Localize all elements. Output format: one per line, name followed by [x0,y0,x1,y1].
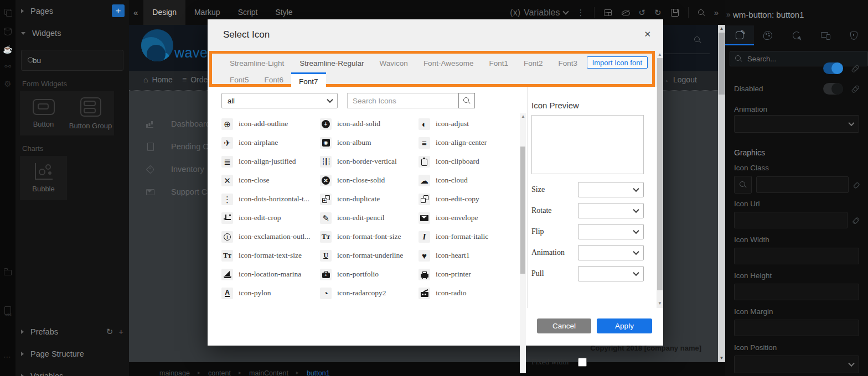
scroll-down-icon[interactable]: ▼ [718,355,725,362]
animation-select[interactable] [578,245,644,260]
icon-grid-item[interactable]: icon-radio [418,284,518,302]
icon-grid-item[interactable]: ◉icon-album [320,133,418,152]
icon-grid-item[interactable]: icon-clipboard [418,152,518,171]
canvas-search-icon[interactable] [694,36,701,44]
scroll-up-icon[interactable]: ▲ [718,25,725,32]
sidebar-item-prefabs[interactable]: Prefabs ↻ + [16,321,129,343]
icon-grid-item[interactable]: Tᴛicon-format-font-size [320,227,418,246]
class-search-button[interactable] [734,176,752,194]
nav-item-home[interactable]: ⌂ Home [143,75,173,84]
icon-grid-item[interactable]: +icon-portfolio [320,265,418,284]
scrollbar-thumb[interactable] [719,33,725,95]
icon-grid-item[interactable]: icon-printer [418,265,518,284]
icon-grid-item[interactable]: ≡icon-align-center [418,133,518,152]
icon-grid-item[interactable]: icon-location-marina [221,265,320,284]
toggle-on[interactable] [823,62,843,74]
tab-design[interactable]: Design [143,0,185,25]
log-file-icon[interactable] [3,306,13,316]
icon-width-input[interactable] [734,248,859,264]
icon-grid-item[interactable]: ☁icon-cloud [418,171,518,190]
more-dots-icon[interactable]: ⋯ [3,352,13,362]
preview-eye-icon[interactable] [621,8,630,17]
icon-grid-item[interactable]: ◐icon-adjust [418,114,518,133]
widget-tile-button[interactable]: Button [20,91,67,135]
icon-grid-item[interactable]: +icon-add-solid [320,114,418,133]
scroll-up-icon[interactable]: ▲ [520,113,526,120]
widget-tile-bubble[interactable]: Bubble [20,156,67,200]
icon-grid-item[interactable]: !icon-exclamation-outl... [221,227,320,246]
layout-icon[interactable] [603,8,612,17]
icon-grid-item[interactable]: ♥icon-heart1 [418,246,518,265]
database-icon[interactable] [3,27,13,36]
save-icon[interactable] [670,8,679,17]
icon-grid-item[interactable]: Tᴛicon-format-text-size [221,246,320,265]
dialog-scrollbar[interactable]: ▲ ▼ [657,51,663,308]
widget-tile-button-group[interactable]: Button Group [67,91,114,135]
canvas-search-input[interactable] [664,54,710,54]
java-icon[interactable]: ☕ [3,44,13,54]
redo-icon[interactable]: ↻ [654,8,662,18]
icon-grid-item[interactable]: ◔icon-radarcopy2 [320,284,418,302]
scroll-down-icon[interactable]: ▼ [657,300,663,307]
cancel-button[interactable]: Cancel [537,318,591,333]
font-tab-wavicon[interactable]: Wavicon [372,56,416,71]
collapse-sidebar-icon[interactable]: « [133,8,138,17]
icon-grid-item[interactable]: ⊕icon-add-outline [221,114,320,133]
sidebar-item-variables[interactable]: Variables [16,365,129,376]
more-options-icon[interactable]: ⋮ [577,8,585,18]
scrollbar-thumb[interactable] [520,147,525,274]
font-tab-font2[interactable]: Font2 [516,56,551,71]
icon-grid-item[interactable]: ✕icon-close [221,171,320,190]
breadcrumb-item[interactable]: content [208,369,231,376]
icon-grid-item[interactable]: Iicon-format-italic [418,227,518,246]
rotate-select[interactable] [578,203,644,218]
size-select[interactable] [578,182,644,197]
bind-link-icon[interactable] [849,83,861,95]
styles-tab[interactable] [754,25,783,45]
icon-grid-item[interactable]: ✎icon-edit-pencil [320,208,418,227]
properties-search-input[interactable] [746,54,863,64]
fixed-width-checkbox[interactable] [578,358,587,367]
zoom-icon[interactable] [698,9,705,17]
icon-margin-input[interactable] [734,320,859,336]
icon-url-input[interactable] [734,212,848,228]
icon-grid-item[interactable]: ≣icon-align-justified [221,152,320,171]
canvas-scrollbar[interactable]: ▲ ▼ [718,25,725,362]
icon-grid-item[interactable]: icon-duplicate [320,190,418,208]
pull-select[interactable] [578,266,644,281]
devices-tab[interactable] [811,25,840,45]
sidebar-item-page-structure[interactable]: Page Structure [16,343,129,365]
icon-grid-scrollbar[interactable]: ▲ [520,113,526,373]
collapse-panel-icon[interactable]: » [726,10,731,19]
font-tab-font-awesome[interactable]: Font-Awesome [416,56,482,71]
services-icon[interactable]: ⚯ [3,61,13,71]
refresh-icon[interactable]: ↻ [106,327,113,337]
flip-select[interactable] [578,224,644,239]
sidebar-item-widgets[interactable]: Widgets [16,22,129,44]
breadcrumb-item[interactable]: mainContent [249,369,288,376]
bind-link-icon[interactable] [851,180,861,190]
font-tab-font3[interactable]: Font3 [550,56,585,71]
icon-grid-item[interactable]: ✈icon-airplane [221,133,320,152]
undo-icon[interactable]: ↺ [639,8,646,18]
icon-grid-item[interactable]: ┆┃┆icon-border-vertical [320,152,418,171]
add-prefab-icon[interactable]: + [118,327,123,337]
breadcrumb-item[interactable]: mainpage [159,369,190,376]
icon-search-input[interactable] [347,93,459,108]
security-tab[interactable] [839,25,868,45]
widget-search-input[interactable] [32,56,132,65]
icon-grid-item[interactable]: icon-edit-copy [418,190,518,208]
icon-category-select[interactable]: all [221,93,338,108]
pages-icon[interactable] [3,8,13,18]
properties-tab[interactable] [725,25,754,45]
settings-gear-icon[interactable]: ⚙ [3,79,13,89]
icon-grid-item[interactable]: ⋮icon-dots-horizontal-t... [221,190,320,208]
expand-right-icon[interactable]: » [714,8,719,17]
scrollbar-thumb[interactable] [657,58,663,290]
add-page-button[interactable]: + [112,4,125,17]
events-tab[interactable] [782,25,811,45]
icon-position-select[interactable] [734,356,859,373]
font-tab-streamline-light[interactable]: Streamline-Light [222,56,292,71]
import-icon-font-button[interactable]: Import Icon font [587,56,648,69]
icon-class-input[interactable] [756,176,849,193]
